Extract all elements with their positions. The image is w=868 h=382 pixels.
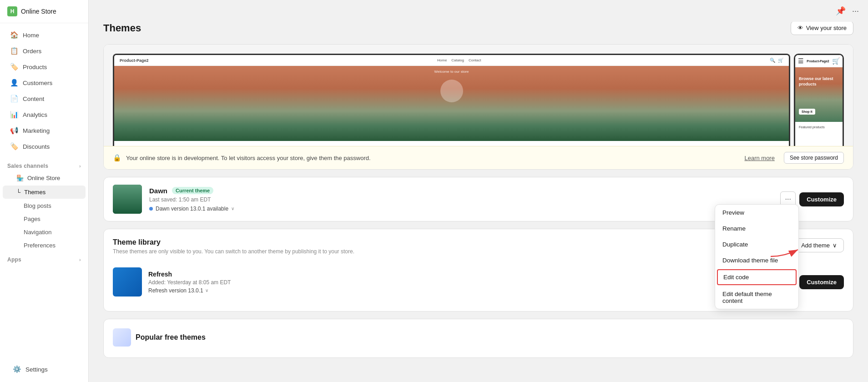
sidebar-item-themes[interactable]: └ Themes: [3, 186, 86, 199]
theme-preview-images: Product-Page2 Home Catalog Contact 🔍 🛒 W…: [104, 45, 853, 146]
sidebar-item-orders-label: Orders: [23, 48, 41, 55]
lock-icon: 🔒: [113, 154, 121, 162]
orders-icon: 📋: [10, 47, 18, 55]
dropdown-rename[interactable]: Rename: [715, 221, 798, 236]
refresh-version-chevron[interactable]: ∨: [205, 288, 208, 293]
popular-header: Popular free themes: [113, 328, 844, 347]
dropdown-edit-default[interactable]: Edit default theme content: [715, 286, 798, 309]
pin-icon[interactable]: 📌: [836, 6, 846, 16]
dropdown-preview[interactable]: Preview: [715, 205, 798, 221]
sidebar-item-marketing-label: Marketing: [23, 127, 50, 134]
analytics-icon: 📊: [10, 111, 18, 119]
sidebar-item-analytics[interactable]: 📊 Analytics: [3, 107, 86, 122]
sidebar-item-navigation[interactable]: Navigation: [3, 226, 86, 238]
sidebar-item-products[interactable]: 🏷️ Products: [3, 59, 86, 75]
sales-channels-section: Sales channels ›: [0, 158, 88, 171]
dawn-version: Dawn version 13.0.1 available: [156, 206, 228, 212]
dawn-theme-name: Dawn: [149, 187, 167, 195]
sidebar-item-discounts-label: Discounts: [23, 143, 50, 150]
sidebar-item-products-label: Products: [23, 64, 47, 70]
mobile-nav-bar: ☰ Product-Page2 🛒: [795, 55, 843, 67]
refresh-info: Refresh Added: Yesterday at 8:05 am EDT …: [148, 271, 793, 294]
warning-banner: 🔒 Your online store is in development. T…: [104, 146, 853, 169]
refresh-customize-button[interactable]: Customize: [799, 275, 844, 289]
current-theme-badge: Current theme: [172, 187, 213, 194]
version-dot: [149, 207, 153, 211]
products-icon: 🏷️: [10, 63, 18, 71]
desktop-preview: Product-Page2 Home Catalog Contact 🔍 🛒 W…: [113, 54, 790, 146]
dawn-section-wrapper: Dawn Current theme Last saved: 1:50 am E…: [103, 177, 853, 221]
refresh-thumbnail: [113, 267, 142, 297]
page-title: Themes: [103, 22, 141, 34]
sidebar-item-discounts[interactable]: 🏷️ Discounts: [3, 139, 86, 154]
sidebar-item-customers-label: Customers: [23, 80, 52, 86]
see-password-button[interactable]: See store password: [784, 152, 844, 164]
sidebar-item-pages[interactable]: Pages: [3, 213, 86, 225]
content-icon: 📄: [10, 95, 18, 103]
dropdown-edit-code[interactable]: Edit code: [717, 269, 797, 285]
home-icon: 🏠: [10, 31, 18, 39]
sidebar-logo: H Online Store: [0, 0, 88, 23]
refresh-meta: Added: Yesterday at 8:05 am EDT: [148, 279, 793, 286]
sidebar-item-analytics-label: Analytics: [23, 111, 47, 118]
sidebar-item-online-store[interactable]: 🏪 Online Store: [3, 171, 86, 185]
popular-card: Popular free themes: [103, 319, 853, 358]
sidebar-item-settings-label: Settings: [25, 366, 48, 373]
sidebar-item-settings[interactable]: ⚙️ Settings: [5, 362, 83, 377]
online-store-icon: 🏪: [16, 175, 24, 181]
version-chevron[interactable]: ∨: [231, 206, 234, 211]
dawn-version-row: Dawn version 13.0.1 available ∨: [149, 206, 773, 212]
dawn-last-saved: Last saved: 1:50 am EDT: [149, 196, 773, 203]
edit-code-arrow: [766, 241, 802, 260]
sidebar-item-preferences[interactable]: Preferences: [3, 239, 86, 251]
sidebar-item-marketing[interactable]: 📢 Marketing: [3, 123, 86, 138]
popular-thumbnail: [113, 328, 131, 347]
dawn-thumbnail: [113, 185, 142, 214]
theme-library-desc: These themes are only visible to you. Yo…: [113, 248, 354, 255]
themes-tree-icon: └: [16, 189, 20, 196]
topbar: 📌 ···: [177, 0, 868, 22]
sidebar-item-home-label: Home: [23, 32, 39, 39]
sidebar: H Online Store 🏠 Home 📋 Orders 🏷️ Produc…: [0, 0, 89, 382]
refresh-name: Refresh: [148, 271, 793, 278]
mobile-hero: Browse our latest products Shop it: [795, 67, 843, 122]
desktop-nav-bar: Product-Page2 Home Catalog Contact 🔍 🛒: [114, 55, 789, 66]
main-content: 📌 ··· Themes 👁 View your store Product-P…: [89, 0, 868, 382]
dawn-info: Dawn Current theme Last saved: 1:50 am E…: [149, 187, 773, 212]
apps-chevron[interactable]: ›: [79, 257, 81, 262]
sidebar-item-home[interactable]: 🏠 Home: [3, 27, 86, 43]
store-name: Online Store: [21, 8, 56, 15]
sidebar-item-content-label: Content: [23, 96, 44, 102]
warning-text: Your online store is in development. To …: [126, 155, 740, 161]
sales-channels-chevron[interactable]: ›: [79, 163, 81, 169]
logo-icon: H: [7, 6, 17, 16]
refresh-version-row: Refresh version 13.0.1 ∨: [148, 287, 793, 294]
popular-title: Popular free themes: [136, 333, 206, 342]
mobile-preview: ☰ Product-Page2 🛒 Browse our latest prod…: [794, 54, 844, 146]
customers-icon: 👤: [10, 79, 18, 87]
page-header: Themes 👁 View your store: [103, 21, 853, 35]
sidebar-item-customers[interactable]: 👤 Customers: [3, 75, 86, 90]
sidebar-item-content[interactable]: 📄 Content: [3, 91, 86, 106]
more-options-icon[interactable]: ···: [852, 6, 859, 16]
dawn-customize-button[interactable]: Customize: [799, 192, 844, 206]
sidebar-item-orders[interactable]: 📋 Orders: [3, 43, 86, 59]
apps-section: Apps ›: [0, 252, 88, 265]
refresh-version-text: Refresh version 13.0.1: [148, 287, 203, 294]
discounts-icon: 🏷️: [10, 142, 18, 151]
theme-preview-card: Product-Page2 Home Catalog Contact 🔍 🛒 W…: [103, 44, 853, 170]
view-store-button[interactable]: 👁 View your store: [791, 21, 853, 35]
theme-library-title: Theme library: [113, 238, 354, 246]
sidebar-item-blog-posts[interactable]: Blog posts: [3, 200, 86, 212]
marketing-icon: 📢: [10, 126, 18, 135]
eye-icon: 👁: [797, 25, 803, 31]
desktop-hero: Welcome to our store: [114, 66, 789, 141]
learn-more-link[interactable]: Learn more: [744, 155, 774, 161]
settings-icon: ⚙️: [13, 365, 21, 373]
add-theme-chevron-icon: ∨: [833, 242, 837, 249]
